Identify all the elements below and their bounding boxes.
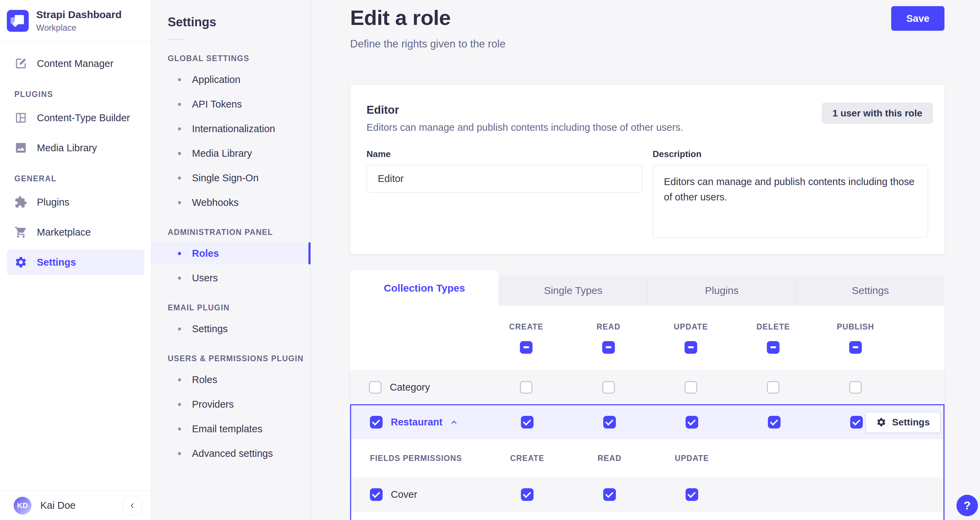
sidebar-item-content-type-builder[interactable]: Content-Type Builder: [7, 105, 144, 130]
permissions-panel: CREATE READ UPDATE DELETE PUBLISH Catego…: [350, 305, 945, 520]
collapse-sidebar-button[interactable]: [123, 496, 142, 515]
select-all-update-checkbox[interactable]: [684, 341, 697, 354]
users-with-role-button[interactable]: 1 user with this role: [822, 103, 933, 124]
subnav-item-admin-roles[interactable]: Roles: [151, 242, 310, 264]
sidebar-item-media-library[interactable]: Media Library: [7, 135, 144, 161]
strapi-logo-icon: [7, 10, 29, 32]
main-content: Edit a role Define the rights given to t…: [311, 0, 980, 520]
subnav-item-label: Media Library: [192, 148, 252, 159]
fields-column-read: READ: [598, 454, 622, 463]
subnav-item-up-roles[interactable]: Roles: [151, 369, 310, 391]
field-row-name: Name: [351, 512, 943, 520]
tab-plugins[interactable]: Plugins: [647, 275, 796, 305]
role-description-textarea[interactable]: Editors can manage and publish contents …: [653, 165, 928, 238]
subnav-item-application[interactable]: Application: [151, 68, 310, 91]
user-name: Kai Doe: [40, 500, 75, 511]
gear-icon: [14, 256, 27, 269]
subnav-item-label: Providers: [192, 399, 234, 410]
sidebar-item-label: Settings: [37, 257, 76, 268]
sidebar-item-label: Marketplace: [37, 227, 91, 238]
category-delete-checkbox[interactable]: [767, 381, 780, 394]
puzzle-icon: [14, 196, 27, 208]
subnav-item-label: Internationalization: [192, 123, 275, 135]
bullet-icon: [178, 103, 181, 106]
select-all-delete-checkbox[interactable]: [767, 341, 780, 354]
tab-settings[interactable]: Settings: [796, 275, 945, 305]
subnav-item-webhooks[interactable]: Webhooks: [151, 192, 310, 213]
column-header-update: UPDATE: [674, 322, 708, 332]
main-sidebar: Strapi Dashboard Workplace Content Manag…: [0, 0, 151, 520]
restaurant-update-checkbox[interactable]: [686, 416, 698, 428]
permissions-header-row: CREATE READ UPDATE DELETE PUBLISH: [350, 305, 945, 370]
name-field-group: Name: [366, 149, 642, 238]
page-title: Edit a role: [350, 5, 506, 30]
table-row-category: Category: [350, 370, 945, 404]
bullet-icon: [178, 277, 181, 280]
restaurant-toggle[interactable]: Restaurant: [391, 417, 459, 428]
bullet-icon: [178, 177, 181, 180]
subnav-item-label: API Tokens: [192, 99, 242, 110]
subnav-item-label: Settings: [192, 323, 228, 335]
bullet-icon: [178, 201, 181, 204]
table-row-restaurant: Restaurant: [351, 405, 943, 439]
name-field-label: Name: [366, 149, 642, 159]
avatar[interactable]: KD: [14, 497, 32, 515]
save-button[interactable]: Save: [891, 6, 945, 31]
sidebar-item-settings[interactable]: Settings: [7, 250, 144, 275]
select-all-create-checkbox[interactable]: [520, 341, 533, 354]
subnav-divider: [168, 39, 184, 40]
subnav-item-internationalization[interactable]: Internationalization: [151, 118, 310, 140]
sidebar-item-content-manager[interactable]: Content Manager: [7, 51, 144, 76]
select-all-publish-checkbox[interactable]: [849, 341, 862, 354]
restaurant-read-checkbox[interactable]: [603, 416, 616, 428]
subnav-item-single-sign-on[interactable]: Single Sign-On: [151, 167, 310, 189]
cover-create-checkbox[interactable]: [521, 488, 533, 501]
category-row-checkbox[interactable]: [369, 381, 382, 394]
sidebar-item-label: Plugins: [37, 197, 69, 208]
subnav-item-up-advanced-settings[interactable]: Advanced settings: [151, 442, 310, 464]
help-button[interactable]: ?: [956, 495, 978, 516]
permissions-tabs: Collection Types Single Types Plugins Se…: [350, 270, 945, 305]
role-details-card: Editor Editors can manage and publish co…: [350, 85, 945, 254]
role-name-input[interactable]: [366, 165, 642, 192]
tab-single-types[interactable]: Single Types: [499, 275, 647, 305]
cover-read-checkbox[interactable]: [603, 488, 616, 501]
subnav-item-label: Advanced settings: [192, 448, 273, 459]
subnav-item-api-tokens[interactable]: API Tokens: [151, 93, 310, 115]
bullet-icon: [178, 152, 181, 155]
subnav-item-media-library[interactable]: Media Library: [151, 142, 310, 164]
select-all-read-checkbox[interactable]: [602, 341, 615, 354]
cover-update-checkbox[interactable]: [686, 488, 698, 501]
subnav-section-email-plugin: EMAIL PLUGIN: [168, 303, 310, 312]
restaurant-settings-button[interactable]: Settings: [865, 412, 940, 433]
bullet-icon: [178, 452, 181, 455]
sidebar-section-plugins: PLUGINS: [7, 90, 144, 99]
restaurant-delete-checkbox[interactable]: [768, 416, 781, 428]
subnav-item-up-email-templates[interactable]: Email templates: [151, 418, 310, 440]
restaurant-create-checkbox[interactable]: [521, 416, 533, 428]
subnav-title: Settings: [151, 15, 310, 29]
cover-row-checkbox[interactable]: [370, 488, 383, 501]
category-update-checkbox[interactable]: [684, 381, 697, 394]
category-read-checkbox[interactable]: [602, 381, 615, 394]
subnav-section-global-settings: GLOBAL SETTINGS: [168, 54, 310, 63]
category-create-checkbox[interactable]: [520, 381, 533, 394]
bullet-icon: [178, 127, 181, 130]
category-publish-checkbox[interactable]: [849, 381, 862, 394]
restaurant-publish-checkbox[interactable]: [850, 416, 863, 428]
row-label[interactable]: Category: [390, 382, 430, 393]
workspace-switcher[interactable]: Strapi Dashboard Workplace: [0, 0, 151, 42]
subnav-item-label: Webhooks: [192, 197, 239, 208]
bullet-icon: [178, 403, 181, 406]
sidebar-item-plugins[interactable]: Plugins: [7, 189, 144, 215]
sidebar-footer: KD Kai Doe: [0, 491, 151, 520]
app-root: Strapi Dashboard Workplace Content Manag…: [0, 0, 980, 520]
sidebar-item-marketplace[interactable]: Marketplace: [7, 219, 144, 245]
subnav-item-up-providers[interactable]: Providers: [151, 393, 310, 415]
sidebar-item-label: Media Library: [37, 142, 97, 154]
subnav-item-email-settings[interactable]: Settings: [151, 318, 310, 340]
bullet-icon: [178, 378, 181, 382]
restaurant-row-checkbox[interactable]: [370, 416, 383, 428]
subnav-item-admin-users[interactable]: Users: [151, 267, 310, 289]
tab-collection-types[interactable]: Collection Types: [350, 270, 499, 305]
